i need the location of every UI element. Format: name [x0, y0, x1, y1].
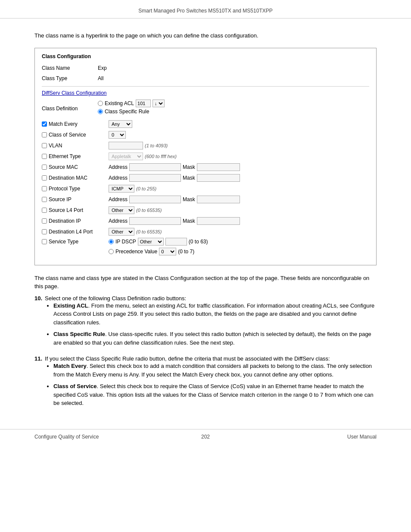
class-type-label: Class Type — [42, 75, 98, 81]
service-type-precedence-row: Precedence Value 0 (0 to 7) — [109, 248, 208, 255]
source-mac-label: Source MAC — [49, 164, 78, 170]
match-every-label: Match Every — [49, 121, 78, 127]
step-11-text: If you select the Class Specific Rule ra… — [45, 355, 330, 362]
match-every-select[interactable]: Any — [109, 120, 132, 128]
dest-ip-mask-input[interactable] — [197, 217, 240, 225]
footer-right: User Manual — [347, 434, 377, 440]
acl-value-input[interactable] — [136, 100, 151, 107]
acl-dropdown[interactable]: ↓ — [153, 100, 165, 107]
class-type-value: All — [98, 75, 103, 81]
intro-text: The class name is a hyperlink to the pag… — [34, 31, 377, 40]
ethernet-type-controls: Appletalk (600 to ffff hex) — [109, 152, 177, 160]
source-mac-mask-input[interactable] — [197, 163, 240, 171]
dest-ip-label: Destination IP — [49, 218, 81, 224]
dest-l4-checkbox-label[interactable]: Destination L4 Port — [42, 229, 109, 235]
vlan-input[interactable] — [109, 142, 143, 149]
step-11: 11. If you select the Class Specific Rul… — [34, 355, 377, 412]
footer-center: 202 — [201, 434, 210, 440]
step-11-number: 11. — [34, 355, 42, 412]
source-mac-address-input[interactable] — [129, 163, 181, 171]
cos-checkbox[interactable] — [42, 132, 47, 137]
dest-ip-checkbox[interactable] — [42, 218, 47, 224]
match-every-checkbox[interactable] — [42, 121, 47, 127]
precedence-select[interactable]: 0 — [159, 248, 176, 255]
source-l4-hint: (0 to 65535) — [136, 208, 162, 213]
class-specific-label: Class Specific Rule — [105, 109, 149, 115]
protocol-type-label: Protocol Type — [49, 186, 80, 192]
dest-mac-checkbox[interactable] — [42, 175, 47, 180]
precedence-radio[interactable] — [109, 249, 114, 254]
dest-mac-address-input[interactable] — [129, 174, 181, 182]
protocol-type-hint: (0 to 255) — [136, 186, 156, 191]
existing-acl-radio[interactable] — [98, 101, 103, 106]
protocol-type-select[interactable]: ICMP — [109, 185, 134, 193]
ethernet-type-hint: (600 to ffff hex) — [145, 154, 177, 159]
cos-select[interactable]: 0 — [109, 131, 126, 139]
protocol-type-checkbox[interactable] — [42, 186, 47, 191]
match-every-desc: . Select this check box to add a match c… — [53, 363, 372, 378]
config-box-title: Class Configuration — [42, 53, 369, 59]
dest-mac-label: Destination MAC — [49, 175, 87, 181]
service-type-checkbox[interactable] — [42, 239, 47, 244]
dest-ip-controls: Address Mask — [109, 217, 240, 225]
dest-ip-address-input[interactable] — [129, 217, 181, 225]
ip-dscp-hint: (0 to 63) — [189, 239, 208, 245]
dest-ip-mask-label: Mask — [183, 218, 195, 224]
dest-mac-checkbox-label[interactable]: Destination MAC — [42, 175, 109, 181]
step-10-bullet-2: Class Specific Rule. Use class-specific … — [53, 330, 377, 347]
service-type-label: Service Type — [49, 239, 78, 245]
match-every-checkbox-label[interactable]: Match Every — [42, 121, 109, 127]
ethernet-type-select[interactable]: Appletalk — [109, 152, 143, 160]
source-mac-address-label: Address — [109, 164, 128, 170]
cos-desc: . Select this check box to require the C… — [53, 383, 374, 406]
source-ip-address-input[interactable] — [129, 196, 181, 203]
step-11-bullet-2: Class of Service. Select this check box … — [53, 382, 377, 408]
source-ip-checkbox[interactable] — [42, 197, 47, 202]
source-ip-checkbox-label[interactable]: Source IP — [42, 196, 109, 202]
service-type-checkbox-label[interactable]: Service Type — [42, 238, 109, 245]
source-l4-checkbox-label[interactable]: Source L4 Port — [42, 207, 109, 213]
source-mac-mask-label: Mask — [183, 164, 195, 170]
step-10-bullets: Existing ACL. From the menu, select an e… — [53, 302, 377, 347]
class-specific-radio[interactable] — [98, 109, 103, 114]
existing-acl-term: Existing ACL — [53, 302, 88, 309]
ethernet-type-checkbox-label[interactable]: Ethernet Type — [42, 153, 109, 159]
source-l4-select[interactable]: Other — [109, 206, 134, 214]
ip-dscp-input[interactable] — [165, 238, 187, 246]
dest-mac-address-label: Address — [109, 175, 128, 181]
cos-term: Class of Service — [53, 383, 97, 389]
source-mac-checkbox-label[interactable]: Source MAC — [42, 164, 109, 170]
source-ip-address-label: Address — [109, 196, 128, 202]
existing-acl-desc: . From the menu, select an existing ACL … — [53, 302, 374, 326]
class-name-label: Class Name — [42, 65, 98, 71]
precedence-label: Precedence Value — [115, 249, 157, 255]
vlan-checkbox[interactable] — [42, 143, 47, 148]
match-every-controls: Any — [109, 120, 132, 128]
source-ip-controls: Address Mask — [109, 196, 240, 203]
source-ip-mask-input[interactable] — [197, 196, 240, 203]
ethernet-type-checkbox[interactable] — [42, 154, 47, 159]
source-l4-controls: Other (0 to 65535) — [109, 206, 162, 214]
cos-checkbox-label[interactable]: Class of Service — [42, 132, 109, 138]
class-name-value: Exp — [98, 65, 107, 71]
step-10: 10. Select one of the following Class De… — [34, 295, 377, 352]
dest-l4-label: Destination L4 Port — [49, 229, 93, 235]
dest-mac-mask-input[interactable] — [197, 174, 240, 182]
step-11-bullet-1: Match Every. Select this check box to ad… — [53, 362, 377, 379]
dest-l4-select[interactable]: Other — [109, 228, 134, 236]
ip-dscp-radio[interactable] — [109, 239, 114, 244]
dest-l4-checkbox[interactable] — [42, 229, 47, 234]
source-mac-checkbox[interactable] — [42, 165, 47, 170]
protocol-type-checkbox-label[interactable]: Protocol Type — [42, 186, 109, 192]
step-10-number: 10. — [34, 295, 42, 352]
ip-dscp-select[interactable]: Other — [138, 238, 164, 246]
source-l4-checkbox[interactable] — [42, 208, 47, 213]
step-10-text: Select one of the following Class Defini… — [45, 295, 186, 302]
source-l4-label: Source L4 Port — [49, 207, 83, 213]
dest-ip-address-label: Address — [109, 218, 128, 224]
step-10-bullet-1: Existing ACL. From the menu, select an e… — [53, 302, 377, 327]
vlan-checkbox-label[interactable]: VLAN — [42, 143, 109, 149]
source-ip-label: Source IP — [49, 196, 72, 202]
dest-ip-checkbox-label[interactable]: Destination IP — [42, 218, 109, 224]
step-11-bullets: Match Every. Select this check box to ad… — [53, 362, 377, 408]
